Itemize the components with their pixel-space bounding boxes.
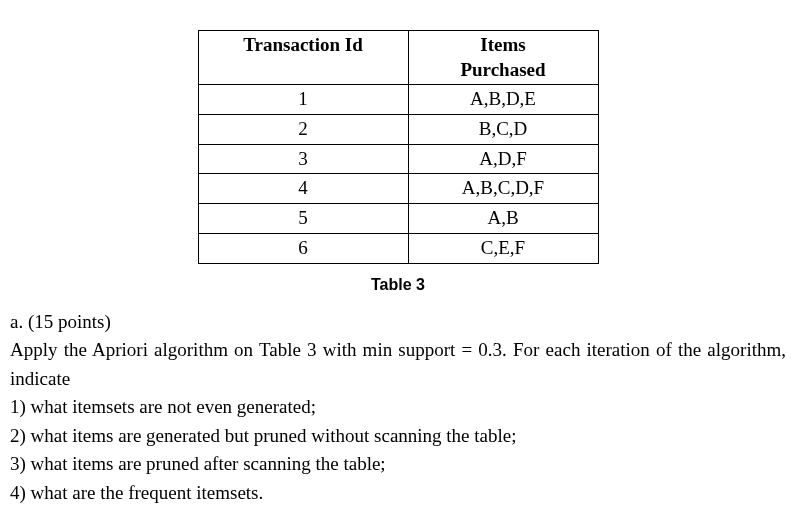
cell-items: A,B,D,E bbox=[408, 85, 598, 115]
header-transaction-id-label: Transaction Id bbox=[243, 34, 362, 55]
cell-tid: 1 bbox=[198, 85, 408, 115]
table-wrapper: Transaction Id Items Purchased 1 A,B,D,E… bbox=[10, 30, 786, 264]
table-row: 5 A,B bbox=[198, 204, 598, 234]
table-row: 6 C,E,F bbox=[198, 233, 598, 263]
question-part-label: a. (15 points) bbox=[10, 308, 786, 337]
header-items-purchased-line1: Items bbox=[480, 34, 525, 55]
cell-items: A,B bbox=[408, 204, 598, 234]
question-block: a. (15 points) Apply the Apriori algorit… bbox=[10, 308, 786, 508]
cell-items: A,B,C,D,F bbox=[408, 174, 598, 204]
table-caption: Table 3 bbox=[10, 276, 786, 294]
header-transaction-id: Transaction Id bbox=[198, 31, 408, 85]
cell-items: B,C,D bbox=[408, 115, 598, 145]
cell-tid: 2 bbox=[198, 115, 408, 145]
header-items-purchased-line2: Purchased bbox=[460, 59, 545, 80]
question-item-3: 3) what items are pruned after scanning … bbox=[10, 450, 786, 479]
table-row: 3 A,D,F bbox=[198, 144, 598, 174]
question-item-4: 4) what are the frequent itemsets. bbox=[10, 479, 786, 508]
table-row: 4 A,B,C,D,F bbox=[198, 174, 598, 204]
cell-tid: 5 bbox=[198, 204, 408, 234]
question-item-1: 1) what itemsets are not even generated; bbox=[10, 393, 786, 422]
cell-items: A,D,F bbox=[408, 144, 598, 174]
table-row: 2 B,C,D bbox=[198, 115, 598, 145]
table-row: 1 A,B,D,E bbox=[198, 85, 598, 115]
table-header-row: Transaction Id Items Purchased bbox=[198, 31, 598, 85]
transactions-table: Transaction Id Items Purchased 1 A,B,D,E… bbox=[198, 30, 599, 264]
question-intro: Apply the Apriori algorithm on Table 3 w… bbox=[10, 336, 786, 393]
question-item-2: 2) what items are generated but pruned w… bbox=[10, 422, 786, 451]
cell-items: C,E,F bbox=[408, 233, 598, 263]
cell-tid: 6 bbox=[198, 233, 408, 263]
cell-tid: 4 bbox=[198, 174, 408, 204]
cell-tid: 3 bbox=[198, 144, 408, 174]
header-items-purchased: Items Purchased bbox=[408, 31, 598, 85]
